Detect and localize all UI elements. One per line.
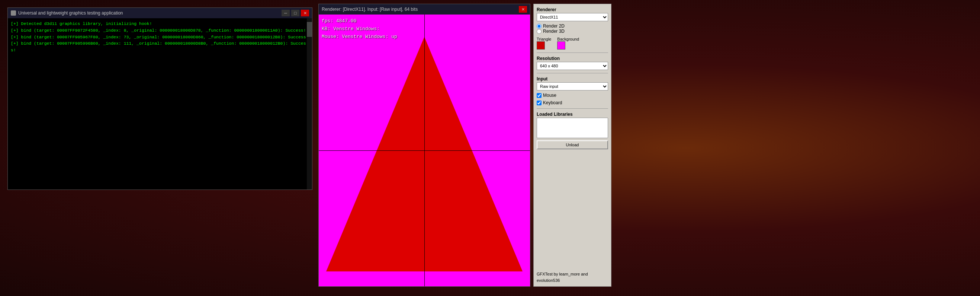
renderer-canvas: fps: 4847.00 KB: Venstre Windows: Mouse:… [319, 14, 530, 286]
mouse-checkbox-row: Mouse [537, 93, 608, 98]
renderer-close-button[interactable]: ✕ [519, 6, 527, 13]
render2d-radio[interactable] [537, 24, 541, 29]
resolution-label: Resolution [537, 56, 608, 61]
triangle-color-swatch[interactable] [537, 41, 545, 50]
renderer-title: Renderer: [DirectX11]. Input: [Raw input… [322, 7, 418, 12]
fps-display: fps: 4847.00 [322, 18, 397, 25]
mouse-checkbox-label: Mouse [543, 93, 557, 98]
renderer-select[interactable]: DirectX11 DirectX12 OpenGL Vulkan [537, 13, 608, 21]
render-mode-section: Render 2D Render 3D [537, 24, 608, 34]
input-select[interactable]: Raw input DirectInput Windows [537, 82, 608, 90]
console-title: Universal and lightweight graphics testi… [18, 10, 123, 16]
console-window: Universal and lightweight graphics testi… [8, 8, 312, 190]
libraries-label: Loaded Libraries [537, 112, 608, 117]
resolution-section: Resolution 640 x 480 1280 x 720 1920 x 1… [537, 56, 608, 70]
close-button[interactable]: ✕ [301, 10, 309, 16]
render2d-label: Render 2D [543, 24, 565, 29]
mouse-display: Mouse: Venstre Windows: up [322, 33, 397, 41]
console-titlebar: Universal and lightweight graphics testi… [8, 8, 312, 18]
console-output: [+] Detected d3d11 graphics library, ini… [11, 21, 309, 54]
credit-text: GFXTest by learn_more and evolution536 [537, 271, 608, 283]
divider-2 [537, 73, 608, 74]
keyboard-checkbox[interactable] [537, 101, 541, 106]
background-color-group: Background [557, 37, 579, 50]
console-body: [+] Detected d3d11 graphics library, ini… [8, 18, 312, 189]
unload-button[interactable]: Unload [537, 140, 608, 149]
kb-display: KB: Venstre Windows: [322, 25, 397, 33]
keyboard-checkbox-label: Keyboard [543, 100, 562, 106]
color-section: Triangle Background [537, 37, 608, 50]
render3d-label: Render 3D [543, 29, 565, 34]
console-title-buttons: ─ □ ✕ [282, 10, 309, 16]
minimize-button[interactable]: ─ [282, 10, 290, 16]
render2d-row: Render 2D [537, 24, 608, 29]
background-color-label: Background [557, 37, 579, 41]
hud-overlay: fps: 4847.00 KB: Venstre Windows: Mouse:… [322, 18, 397, 41]
input-section: Input Raw input DirectInput Windows [537, 76, 608, 90]
render3d-row: Render 3D [537, 29, 608, 34]
keyboard-checkbox-row: Keyboard [537, 100, 608, 106]
render3d-radio[interactable] [537, 29, 541, 34]
mouse-checkbox[interactable] [537, 93, 541, 98]
renderer-section: Renderer DirectX11 DirectX12 OpenGL Vulk… [537, 7, 608, 21]
console-icon [11, 10, 16, 16]
grid-vertical [424, 14, 425, 286]
background-color-swatch[interactable] [557, 41, 565, 50]
renderer-section-label: Renderer [537, 7, 608, 12]
input-label: Input [537, 76, 608, 82]
right-panel: Renderer DirectX11 DirectX12 OpenGL Vulk… [533, 4, 611, 287]
scrollbar-thumb[interactable] [307, 22, 312, 37]
triangle-color-group: Triangle [537, 37, 551, 50]
libraries-list[interactable] [537, 118, 608, 138]
console-title-left: Universal and lightweight graphics testi… [11, 10, 123, 16]
renderer-window: Renderer: [DirectX11]. Input: [Raw input… [318, 4, 530, 287]
resolution-select[interactable]: 640 x 480 1280 x 720 1920 x 1080 [537, 62, 608, 70]
maximize-button[interactable]: □ [291, 10, 299, 16]
libraries-section: Loaded Libraries [537, 112, 608, 138]
console-scrollbar[interactable] [307, 18, 312, 189]
divider-1 [537, 53, 608, 53]
divider-3 [537, 108, 608, 109]
triangle-color-label: Triangle [537, 37, 551, 41]
renderer-titlebar: Renderer: [DirectX11]. Input: [Raw input… [319, 4, 530, 14]
